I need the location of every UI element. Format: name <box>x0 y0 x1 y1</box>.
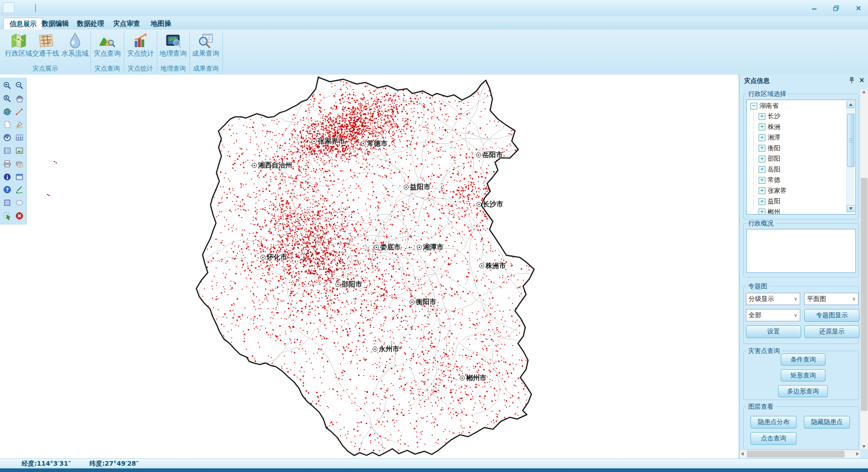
sketch-pen-icon[interactable] <box>14 184 25 195</box>
restore-display-button[interactable]: 还原显示 <box>804 325 859 338</box>
tree-expander-icon[interactable]: + <box>759 177 765 184</box>
panel-scrollbar-thumb[interactable] <box>861 178 868 411</box>
tab-data-process[interactable]: 数据处理 <box>77 18 104 29</box>
panel-scroll-right-icon[interactable] <box>856 452 859 456</box>
map-canvas[interactable] <box>0 75 738 458</box>
attribute-table-icon[interactable] <box>14 132 25 143</box>
panel-close-icon[interactable]: × <box>859 76 865 84</box>
ribbon-group-label: 地理查询 <box>157 64 189 73</box>
settings-button[interactable]: 设置 <box>746 325 801 338</box>
export-image-icon[interactable] <box>14 145 25 156</box>
city-label: 长沙市 <box>476 200 503 209</box>
legend-window-icon[interactable] <box>2 145 13 156</box>
disaster-stats-button[interactable]: 灾点统计 <box>124 31 157 64</box>
panel-scroll-left-icon[interactable] <box>741 452 744 456</box>
minimize-icon[interactable] <box>807 4 821 13</box>
brush-icon[interactable] <box>14 119 25 130</box>
zoom-extent-icon[interactable] <box>2 93 13 104</box>
hazard-distribution-button[interactable]: 隐患点分布 <box>750 416 797 429</box>
city-name: 娄底市 <box>380 243 401 252</box>
panel-scroll-down-icon[interactable] <box>862 445 866 448</box>
close-icon[interactable] <box>852 4 865 13</box>
water-system-button[interactable]: 水系流域 <box>59 31 91 64</box>
tree-item-label: 邵阳 <box>768 155 780 163</box>
all-select[interactable]: 全部∨ <box>746 309 800 321</box>
water-drop-icon <box>59 32 91 49</box>
zoom-in-icon[interactable] <box>2 80 13 91</box>
tree-item-7[interactable]: +张家界 <box>759 187 787 195</box>
delete-icon[interactable] <box>14 210 25 221</box>
tree-expander-icon[interactable]: + <box>759 209 765 215</box>
panel-scroll-up-icon[interactable] <box>862 91 866 93</box>
tree-item-4[interactable]: +邵阳 <box>759 155 780 163</box>
city-marker-icon <box>252 163 257 168</box>
svg-text:i: i <box>6 174 8 180</box>
tree-item-9[interactable]: +郴州 <box>759 208 780 215</box>
tree-scroll-down-icon[interactable] <box>847 205 854 212</box>
globe-icon[interactable] <box>2 106 13 117</box>
tree-item-8[interactable]: +益阳 <box>759 197 780 205</box>
tab-data-edit[interactable]: 数据编辑 <box>42 18 69 29</box>
panel-hscrollbar-thumb[interactable] <box>747 451 844 458</box>
tab-disaster-review[interactable]: 灾点审查 <box>113 18 140 29</box>
city-label: 株洲市 <box>479 262 506 270</box>
hide-hazards-button[interactable]: 隐藏隐患点 <box>804 416 850 429</box>
map-viewport[interactable]: 张家界市常德市岳阳市湘西自治州益阳市长沙市娄底市湘潭市怀化市株洲市邵阳市衡阳市永… <box>0 75 738 458</box>
admin-overview-textbox[interactable] <box>746 229 856 273</box>
tree-scrollbar-thumb[interactable] <box>847 114 854 167</box>
tree-item-label: 岳阳 <box>768 166 780 174</box>
tab-info-display[interactable]: 信息展示 <box>3 18 43 30</box>
tree-expander-icon[interactable]: + <box>759 198 765 205</box>
restore-icon[interactable] <box>829 4 843 13</box>
tree-expander-icon[interactable]: + <box>759 156 765 162</box>
tab-map-operation[interactable]: 地图操作 <box>148 18 174 29</box>
geo-query-button[interactable]: 地理查询 <box>157 31 189 64</box>
blank-page-icon[interactable] <box>2 119 13 130</box>
tree-expander-icon[interactable]: + <box>759 145 765 152</box>
panel-hscrollbar[interactable] <box>740 450 860 458</box>
tree-expander-icon[interactable]: − <box>750 103 757 110</box>
tree-expander-icon[interactable]: + <box>759 166 765 173</box>
tree-item-root[interactable]: −湖南省 <box>750 102 778 110</box>
plane-map-select[interactable]: 平面图∨ <box>804 293 859 305</box>
result-query-button[interactable]: 成果查询 <box>189 31 222 64</box>
rect-select-icon[interactable] <box>2 197 13 208</box>
grade-display-select[interactable]: 分级显示∨ <box>746 293 800 305</box>
info-icon[interactable]: i <box>2 172 13 182</box>
condition-query-button[interactable]: 条件查询 <box>781 353 826 366</box>
city-name: 邵阳市 <box>342 280 362 289</box>
ellipse-select-icon[interactable] <box>14 197 25 208</box>
tree-scroll-up-icon[interactable] <box>847 101 854 108</box>
tree-item-3[interactable]: +衡阳 <box>759 144 780 153</box>
tree-expander-icon[interactable]: + <box>759 113 765 120</box>
tree-item-1[interactable]: +株洲 <box>759 123 780 131</box>
region-tree[interactable]: −湖南省+长沙+株洲+湘潭+衡阳+邵阳+岳阳+常德+张家界+益阳+郴州 <box>746 100 856 215</box>
print-icon[interactable] <box>2 158 13 169</box>
help-icon[interactable]: ? <box>2 184 13 195</box>
measure-line-icon[interactable] <box>14 106 25 117</box>
tree-expander-icon[interactable]: + <box>759 134 765 141</box>
pan-hand-icon[interactable] <box>14 93 25 104</box>
ribbon-button-label: 水系流域 <box>59 49 91 58</box>
traffic-lines-button[interactable]: 交通干线 <box>29 31 62 64</box>
eagle-eye-icon[interactable] <box>2 132 13 143</box>
click-query-button[interactable]: 点击查询 <box>750 432 797 445</box>
print-preview-icon[interactable] <box>14 158 25 169</box>
pin-icon[interactable] <box>849 77 854 86</box>
pointer-select-icon[interactable] <box>2 210 13 221</box>
zoom-out-icon[interactable] <box>14 80 25 91</box>
tree-expander-icon[interactable]: + <box>759 187 765 194</box>
tree-item-0[interactable]: +长沙 <box>759 112 780 120</box>
tree-item-2[interactable]: +湘潭 <box>759 133 780 142</box>
polygon-query-button[interactable]: 多边形查询 <box>778 385 828 397</box>
thematic-display-button[interactable]: 专题图显示 <box>804 309 859 322</box>
tree-item-5[interactable]: +岳阳 <box>759 166 780 174</box>
quick-access-box[interactable] <box>3 2 14 13</box>
rect-query-button[interactable]: 矩形查询 <box>781 369 826 381</box>
tree-expander-icon[interactable]: + <box>759 124 765 130</box>
tree-scrollbar[interactable] <box>846 101 854 212</box>
tree-item-6[interactable]: +常德 <box>759 176 780 184</box>
window-panel-icon[interactable] <box>14 172 25 182</box>
panel-scrollbar[interactable] <box>860 90 868 449</box>
disaster-query-button[interactable]: 灾点查询 <box>91 31 123 64</box>
